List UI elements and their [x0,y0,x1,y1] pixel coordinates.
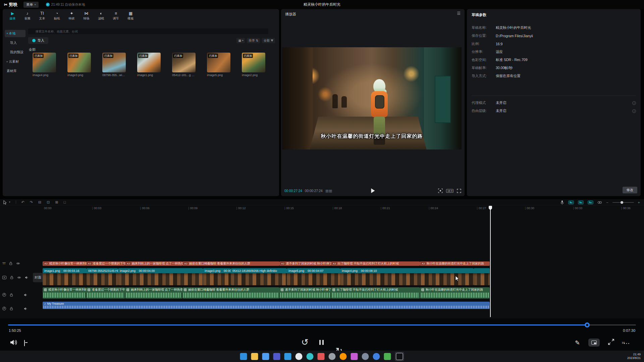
media-item[interactable]: 已添加image4.png [33,53,56,77]
taskbar-icon-firefox[interactable] [340,353,347,360]
mute-speaker-icon[interactable] [24,307,28,310]
record-mic-icon[interactable] [560,200,564,205]
pip-card-button[interactable] [588,339,600,347]
auto-snap-icon[interactable] [578,200,584,204]
taskbar-icon-vscode[interactable] [284,353,291,360]
video-clip[interactable]: image4.png00:00:08:10 [340,268,474,285]
fullscreen-icon[interactable] [457,189,461,193]
text-clip[interactable]: A3准备度过一个惬意的下午 [86,261,125,266]
mute-speaker-icon[interactable] [25,276,29,279]
taskbar-icon-media-player-red[interactable] [318,353,325,360]
tab-转场[interactable]: ⋈转场 [79,11,94,21]
video-clip[interactable]: image1.png00:00:03.16 [43,268,87,285]
video-clip[interactable]: image2.png00:00:04.00 [118,268,203,285]
text-clip[interactable]: A3她坐在窗口喝着咖啡 看着窗外来来往往的人群 [182,261,279,266]
select-dropdown-icon[interactable]: ▾ [9,201,10,203]
voice-clip[interactable]: 她来到街上的一家咖啡馆 点了一杯热拿铁 [125,287,182,299]
mute-speaker-icon[interactable] [24,293,28,297]
sort-button[interactable]: 排序 ⇅ [247,38,260,43]
zoom-in-icon[interactable]: + [638,200,640,204]
split-icon[interactable]: ⊟ [38,200,41,204]
taskbar-icon-teams[interactable] [273,353,280,360]
music-clip[interactable]: ♪My Treasure [43,302,490,309]
menu-button[interactable]: 菜单 ▾ [23,2,39,8]
lock-icon[interactable] [10,276,13,279]
media-item[interactable]: 已添加08798-355...with.png [102,53,126,77]
progress-bar[interactable] [8,324,636,325]
tab-媒体[interactable]: ▶媒体 [5,11,20,21]
cover-button[interactable]: 封面 [33,273,43,282]
lock-icon[interactable] [9,261,12,265]
tab-滤镜[interactable]: ◐滤镜 [94,11,108,21]
taskbar-icon-jianying[interactable] [395,352,404,361]
tab-文本[interactable]: TI文本 [35,11,49,21]
subtitle-list-button[interactable] [24,340,25,346]
voice-clip[interactable]: 准备度过一个惬意的下午 [86,287,125,299]
timeline-zoom-slider[interactable] [612,202,634,203]
taskbar-icon-start[interactable] [240,353,247,360]
sidebar-item-本地[interactable]: ▾本地 [5,30,25,37]
sidebar-item-素材库[interactable]: 素材库 [5,67,25,75]
taskbar-icon-mail[interactable] [262,353,269,360]
sidebar-item-导入[interactable]: 导入 [5,39,25,47]
video-clip[interactable]: 05412-1818609266-High definitio [231,268,287,285]
voice-clip[interactable]: 差不多到了回家的时候 秋小叶伸了伸懒腰 [279,287,331,299]
video-clip[interactable]: image3.png00:00:02:04 [203,268,231,285]
tab-音频[interactable]: ♪音频 [20,11,35,21]
search-input[interactable] [28,28,268,34]
link-icon[interactable] [597,201,602,204]
media-item[interactable]: 已添加05412-181...g abo.png [172,53,196,77]
text-clip[interactable]: A3出了咖啡馆 不知不觉已经到了灯火初上的时候 [331,261,420,266]
redo-icon[interactable]: ↷ [30,200,33,204]
crop-icon[interactable]: □ [64,200,66,204]
timeline-ruler[interactable]: 00:00|00:03|00:06|00:09|00:12|00:15|00:1… [0,206,644,211]
text-clip[interactable]: A3差不多到了回家的时候 秋小叶伸了伸懒腰 [279,261,331,266]
voice-clip[interactable]: 秋小叶在温馨的街道灯光中走上了回家的路 [420,287,490,299]
text-clip[interactable]: A3精灵秋小叶像往常一样来到街上 [43,261,86,266]
import-button[interactable]: 导入 [28,37,48,44]
taskbar-clock[interactable]: 21:49 2023/8/21 [627,353,641,360]
info-icon[interactable]: i [632,101,636,105]
frames-icon[interactable]: ▦▦ [325,189,332,193]
volume-button[interactable] [10,339,17,347]
taskbar-icon-edge[interactable] [307,353,314,360]
taskbar-icon-file-explorer[interactable] [251,353,258,360]
voice-clip[interactable]: 精灵秋小叶像往常一样来到街上 [43,287,86,299]
taskbar-icon-browser-blue[interactable] [373,353,380,360]
video-clip[interactable]: image5.png00:00:04:07 [287,268,340,285]
playhead[interactable] [490,206,491,317]
preview-axis-icon[interactable] [588,200,593,204]
media-item[interactable]: 已添加image1.png [137,53,161,77]
taskbar-icon-chrome[interactable] [296,353,303,360]
undo-icon[interactable]: ↶ [21,200,24,204]
voice-clip[interactable]: 她坐在窗口喝着咖啡 看着窗外来来往往的人群 [182,287,279,299]
tab-贴纸[interactable]: ◔贴纸 [50,11,64,21]
focus-icon[interactable] [438,188,443,193]
text-clip[interactable]: A3她来到街上的一家咖啡馆 点了一杯热拿铁 [125,261,182,266]
more-button[interactable]: … [623,338,631,346]
tab-特效[interactable]: ✦特效 [64,11,79,21]
tab-模板[interactable]: ▦模板 [123,11,138,21]
tab-调节[interactable]: ≡调节 [109,11,123,21]
progress-handle[interactable] [585,322,590,327]
view-mode-button[interactable]: ▦ ▾ [236,38,245,43]
play-button[interactable] [371,188,375,193]
taskbar-icon-photos[interactable] [351,353,358,360]
ratio-button[interactable]: 16:9 [446,189,453,193]
filter-button[interactable]: 全部 [262,38,275,43]
media-item[interactable]: 已添加image5.png [207,53,230,77]
sidebar-item-我的预设[interactable]: 我的预设 [5,49,25,56]
media-item[interactable]: 已添加image2.png [242,53,265,77]
media-item[interactable]: 已添加image3.png [67,53,91,77]
taskbar-icon-settings[interactable] [329,353,336,360]
video-clip[interactable] [474,268,490,285]
shrink-button[interactable] [608,339,614,347]
modify-button[interactable]: 修改 [623,187,637,193]
select-tool-icon[interactable] [3,200,7,204]
video-clip[interactable]: 08798-3552523145-High definitio [87,268,118,285]
text-clip[interactable]: A3秋小叶在温馨的街道灯光中走上了回家的路 [420,261,490,266]
zoom-out-icon[interactable]: − [606,200,608,204]
lock-icon[interactable] [10,293,13,297]
lock-icon[interactable] [10,307,13,310]
eye-icon[interactable] [17,276,21,279]
